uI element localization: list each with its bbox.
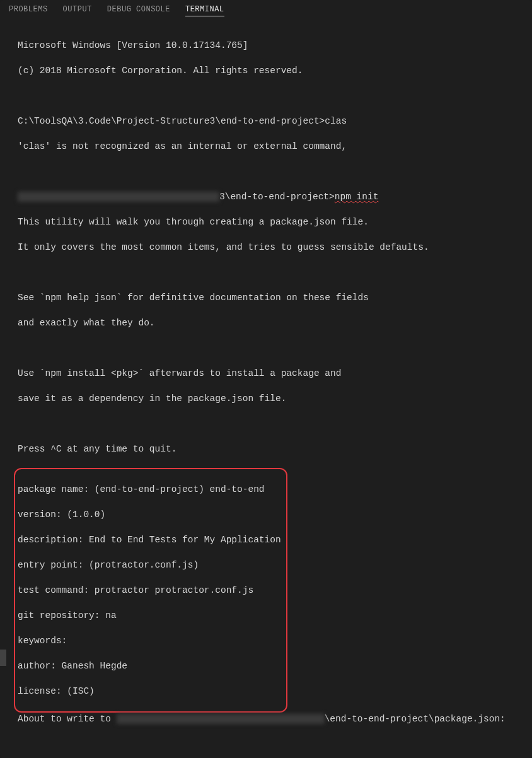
panel-tabs: PROBLEMS OUTPUT DEBUG CONSOLE TERMINAL — [0, 0, 532, 18]
tab-terminal[interactable]: TERMINAL — [185, 5, 224, 16]
npm-prompt-license: license: (ISC) — [18, 685, 281, 697]
npm-intro-line: It only covers the most common items, an… — [18, 241, 521, 254]
blank-line — [18, 266, 521, 279]
tab-problems[interactable]: PROBLEMS — [9, 5, 48, 16]
terminal-output[interactable]: Microsoft Windows [Version 10.0.17134.76… — [0, 18, 532, 758]
tab-debug-console[interactable]: DEBUG CONSOLE — [107, 5, 170, 16]
prompt-line-1: C:\ToolsQA\3.Code\Project-Structure3\end… — [18, 115, 521, 127]
npm-prompt-package-name: package name: (end-to-end-project) end-t… — [18, 483, 281, 496]
scrollbar-thumb[interactable] — [0, 650, 6, 666]
about-suffix: \end-to-end-project\package.json: — [325, 714, 506, 724]
npm-prompt-description: description: End to End Tests for My App… — [18, 534, 281, 546]
blank-line — [18, 417, 521, 430]
about-to-write-line: About to write to \end-to-end-project\pa… — [18, 713, 521, 725]
npm-prompt-version: version: (1.0.0) — [18, 508, 281, 521]
prompt-line-2: 3\end-to-end-project>npm init — [18, 190, 521, 203]
tab-output[interactable]: OUTPUT — [63, 5, 92, 16]
npm-prompt-author: author: Ganesh Hegde — [18, 660, 281, 672]
prompt-command: clas — [325, 116, 347, 126]
npm-intro-line: save it as a dependency in the package.j… — [18, 392, 521, 405]
about-prefix: About to write to — [18, 714, 117, 724]
npm-intro-line: Use `npm install <pkg>` afterwards to in… — [18, 367, 521, 380]
blank-line — [18, 342, 521, 354]
prompt-path: C:\ToolsQA\3.Code\Project-Structure3\end… — [18, 116, 325, 126]
copyright-line: (c) 2018 Microsoft Corporation. All righ… — [18, 64, 521, 77]
npm-intro-line: This utility will walk you through creat… — [18, 216, 521, 228]
blank-line — [18, 90, 521, 102]
os-version-line: Microsoft Windows [Version 10.0.17134.76… — [18, 39, 521, 52]
npm-prompt-git-repository: git repository: na — [18, 609, 281, 622]
prompt-command: npm init — [335, 192, 379, 202]
npm-prompt-test-command: test command: protractor protractor.conf… — [18, 584, 281, 597]
npm-prompt-keywords: keywords: — [18, 634, 281, 647]
npm-intro-line: See `npm help json` for definitive docum… — [18, 291, 521, 304]
redacted-path — [117, 714, 325, 724]
prompt-path-suffix: 3\end-to-end-project> — [219, 192, 335, 202]
npm-prompt-entry-point: entry point: (protractor.conf.js) — [18, 559, 281, 571]
blank-line — [18, 165, 521, 178]
npm-intro-line: and exactly what they do. — [18, 317, 521, 329]
redacted-path — [18, 192, 219, 202]
error-line: 'clas' is not recognized as an internal … — [18, 140, 521, 153]
highlighted-input-box: package name: (end-to-end-project) end-t… — [14, 468, 287, 713]
npm-intro-line: Press ^C at any time to quit. — [18, 443, 521, 455]
blank-line — [18, 738, 521, 750]
